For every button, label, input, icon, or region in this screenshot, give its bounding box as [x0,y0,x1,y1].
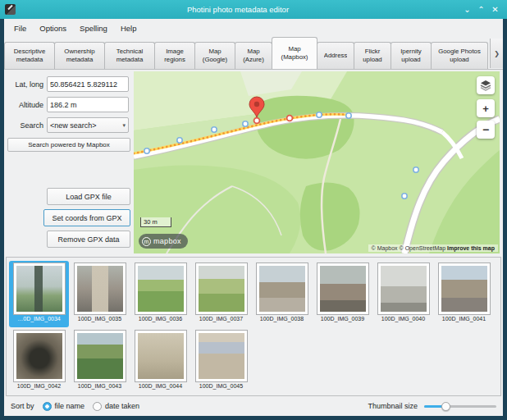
lat-long-label: Lat, long [6,80,43,89]
thumbnail-100d-img-0036[interactable]: 100D_IMG_0036 [130,261,190,327]
thumbnail-browser: …0D_IMG_0034 100D_IMG_0035 100D_IMG_0036… [4,257,503,396]
tab-map-google[interactable]: Map (Google) [194,42,235,69]
remove-gpx-button[interactable]: Remove GPX data [47,231,130,248]
improve-map-link[interactable]: Improve this map [447,245,495,251]
titlebar[interactable]: Photini photo metadata editor ⌄ ⌃ ✕ [0,0,507,19]
thumbnail-100d-img-0034[interactable]: …0D_IMG_0034 [9,261,69,327]
tab-ownership-metadata[interactable]: Ownership metadata [54,42,105,69]
tab-label: Technical metadata [107,48,153,63]
tab-map-azure[interactable]: Map (Azure) [235,42,272,69]
tab-address[interactable]: Address [317,42,354,69]
thumbnail-100d-img-0040[interactable]: 100D_IMG_0040 [373,261,433,327]
thumbnail-image [196,263,247,314]
search-dropdown-value: <new search> [50,121,122,130]
thumbnail-label: 100D_IMG_0039 [321,316,364,322]
sort-date-taken-label[interactable]: date taken [105,402,139,410]
thumbnail-image [135,263,186,314]
set-coords-from-gpx-button[interactable]: Set coords from GPX [43,209,130,226]
map-terrain [134,71,500,253]
thumbnail-label: 100D_IMG_0043 [78,383,121,389]
chevron-down-icon: ▾ [122,122,126,129]
tab-descriptive-metadata[interactable]: Descriptive metadata [4,42,55,69]
tab-label: Descriptive metadata [7,48,53,63]
altitude-input[interactable] [47,97,129,112]
search-dropdown[interactable]: <new search> ▾ [47,117,129,133]
mapbox-logo[interactable]: m mapbox [139,234,188,249]
tab-flickr-upload[interactable]: Flickr upload [354,42,391,69]
menu-spelling[interactable]: Spelling [73,21,114,35]
load-gpx-button[interactable]: Load GPX file [47,188,130,205]
thumbnail-image [14,331,65,381]
layers-button[interactable] [477,76,495,94]
gps-panel: Lat, long Altitude Search <new search> ▾… [4,70,134,257]
thumbnail-image [378,263,429,314]
thumbnail-100d-img-0037[interactable]: 100D_IMG_0037 [191,261,251,327]
thumbnail-100d-img-0035[interactable]: 100D_IMG_0035 [70,261,130,327]
thumbnail-image [317,263,368,314]
menu-options[interactable]: Options [33,21,73,35]
thumbnail-label: 100D_IMG_0038 [260,316,304,322]
tab-ipernity-upload[interactable]: Ipernity upload [391,42,432,69]
thumbnail-label: 100D_IMG_0042 [17,383,61,389]
tab-scroll-right-icon[interactable]: ❯ [490,39,503,68]
layers-icon [480,80,491,91]
thumbnail-100d-img-0045[interactable]: 100D_IMG_0045 [191,328,251,395]
thumbnail-label: …0D_IMG_0034 [17,316,61,322]
thumbnail-size-label: Thumbnail size [368,402,418,410]
minimize-button[interactable]: ⌄ [460,2,474,16]
thumbnail-image [439,263,490,314]
maximize-button[interactable]: ⌃ [474,2,488,16]
tab-technical-metadata[interactable]: Technical metadata [104,42,155,69]
menu-help[interactable]: Help [114,21,144,35]
thumbnail-image [196,331,247,381]
footer-bar: Sort by file name date taken Thumbnail s… [4,396,503,416]
zoom-in-button[interactable]: + [477,99,495,117]
tab-bar: Descriptive metadata Ownership metadata … [4,37,503,70]
thumbnail-100d-img-0041[interactable]: 100D_IMG_0041 [434,261,494,327]
thumbnail-label: 100D_IMG_0040 [381,316,425,322]
tab-image-regions[interactable]: Image regions [154,42,195,69]
thumbnail-100d-img-0042[interactable]: 100D_IMG_0042 [9,328,69,395]
menu-file[interactable]: File [7,21,33,35]
tab-label: Map (Mapbox) [274,45,315,61]
slider-handle[interactable] [441,402,450,411]
tab-google-photos-upload[interactable]: Google Photos upload [431,42,488,69]
tab-label: Google Photos upload [433,48,486,63]
photini-window: Photini photo metadata editor ⌄ ⌃ ✕ File… [0,0,507,420]
search-powered-button[interactable]: Search powered by Mapbox [7,138,130,152]
sort-file-name-label[interactable]: file name [55,402,85,410]
tab-label: Map (Google) [197,48,233,63]
mapbox-logo-icon: m [142,237,151,246]
map-page: Lat, long Altitude Search <new search> ▾… [4,70,503,257]
tab-label: Ownership metadata [57,48,103,63]
map-attribution: © Mapbox © OpenStreetMap Improve this ma… [368,244,498,252]
zoom-out-button[interactable]: − [477,121,495,139]
tab-label: Ipernity upload [393,48,429,63]
thumbnail-100d-img-0043[interactable]: 100D_IMG_0043 [70,328,130,395]
tab-map-mapbox[interactable]: Map (Mapbox) [272,37,317,69]
map-scale: 30 m [140,217,171,227]
thumbnail-list: …0D_IMG_0034 100D_IMG_0035 100D_IMG_0036… [6,257,501,396]
thumbnail-100d-img-0044[interactable]: 100D_IMG_0044 [130,328,190,395]
thumbnail-size-slider[interactable] [424,401,496,411]
search-label: Search [6,121,43,130]
sort-by-label: Sort by [11,402,34,410]
altitude-label: Altitude [6,101,43,109]
thumbnail-image [14,263,65,314]
sort-file-name-radio[interactable] [43,402,52,411]
thumbnail-label: 100D_IMG_0044 [139,383,182,389]
menubar: File Options Spelling Help [4,19,503,37]
thumbnail-label: 100D_IMG_0035 [78,316,121,322]
thumbnail-100d-img-0039[interactable]: 100D_IMG_0039 [313,261,372,327]
thumbnail-100d-img-0038[interactable]: 100D_IMG_0038 [252,261,312,327]
attribution-text: © Mapbox © OpenStreetMap [372,245,445,251]
thumbnail-image [75,263,126,314]
thumbnail-label: 100D_IMG_0037 [199,316,243,322]
close-button[interactable]: ✕ [488,2,502,16]
thumbnail-image [135,331,186,381]
tab-label: Flickr upload [356,48,389,63]
app-icon [5,4,16,15]
lat-long-input[interactable] [47,76,129,92]
sort-date-taken-radio[interactable] [93,402,102,411]
map-canvas[interactable]: + − 30 m m mapbox © Mapbox © OpenStreetM… [134,71,500,253]
